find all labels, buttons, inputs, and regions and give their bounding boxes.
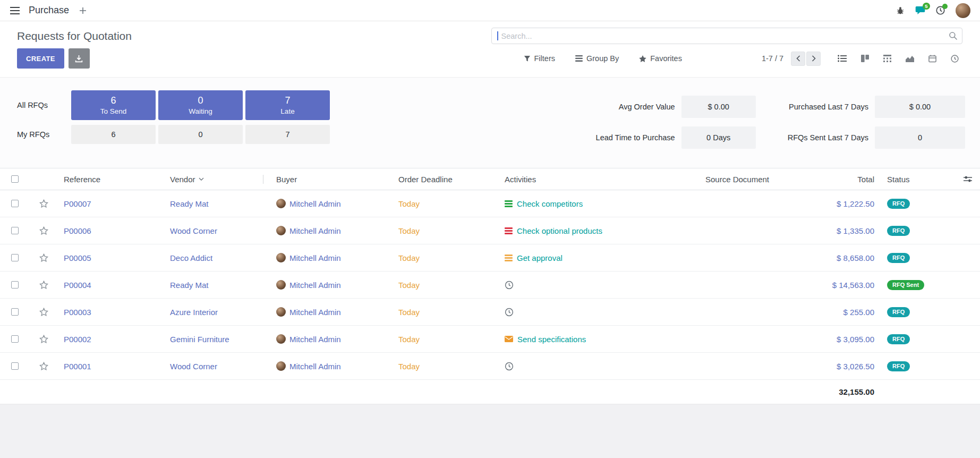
header-status[interactable]: Status xyxy=(881,175,955,184)
search-box[interactable] xyxy=(491,28,962,44)
reference-link[interactable]: P00006 xyxy=(57,226,164,235)
filters-button[interactable]: Filters xyxy=(524,54,555,63)
row-checkbox[interactable] xyxy=(11,335,19,343)
reference-link[interactable]: P00003 xyxy=(57,308,164,317)
list-view-icon[interactable] xyxy=(838,55,847,62)
table-row[interactable]: P00006 Wood Corner Mitchell Admin Today … xyxy=(0,217,980,244)
search-input[interactable] xyxy=(498,32,949,40)
reference-link[interactable]: P00001 xyxy=(57,362,164,371)
header-source-document[interactable]: Source Document xyxy=(674,175,801,184)
activity-icon xyxy=(505,200,513,207)
to-send-card[interactable]: 6 To Send xyxy=(71,90,156,120)
pager-next-button[interactable] xyxy=(806,52,821,66)
graph-view-icon[interactable] xyxy=(906,55,914,62)
activities-clock-icon[interactable] xyxy=(936,6,945,15)
activities-count-badge xyxy=(942,4,948,9)
vendor-cell: Ready Mat xyxy=(164,199,270,208)
favorite-star-icon[interactable] xyxy=(39,199,48,208)
messages-icon[interactable]: 5 xyxy=(915,6,925,15)
buyer-avatar xyxy=(276,280,286,290)
reference-link[interactable]: P00004 xyxy=(57,281,164,290)
favorites-button[interactable]: Favorites xyxy=(639,54,682,63)
select-all-checkbox[interactable] xyxy=(11,175,19,183)
header-activities[interactable]: Activities xyxy=(498,175,674,184)
table-row[interactable]: P00002 Gemini Furniture Mitchell Admin T… xyxy=(0,326,980,353)
deadline-cell: Today xyxy=(392,253,498,262)
buyer-avatar xyxy=(276,361,286,371)
lead-time-label: Lead Time to Purchase xyxy=(596,133,675,142)
status-cell: RFQ xyxy=(881,307,955,317)
favorite-star-icon[interactable] xyxy=(39,253,48,262)
reference-link[interactable]: P00007 xyxy=(57,199,164,208)
menu-toggle-icon[interactable] xyxy=(10,6,20,15)
header-total[interactable]: Total xyxy=(801,175,881,184)
status-badge: RFQ xyxy=(887,199,910,209)
activity-cell[interactable] xyxy=(498,362,674,371)
pivot-view-icon[interactable] xyxy=(883,55,891,62)
table-row[interactable]: P00003 Azure Interior Mitchell Admin Tod… xyxy=(0,299,980,326)
total-cell: $ 255.00 xyxy=(801,308,881,317)
add-icon[interactable] xyxy=(80,7,86,14)
activity-cell[interactable]: Check optional products xyxy=(498,226,674,235)
favorite-star-icon[interactable] xyxy=(39,362,48,370)
table-row[interactable]: P00007 Ready Mat Mitchell Admin Today Ch… xyxy=(0,190,980,217)
favorite-star-icon[interactable] xyxy=(39,335,48,343)
activity-view-icon[interactable] xyxy=(951,55,959,63)
header-order-deadline[interactable]: Order Deadline xyxy=(392,175,498,184)
table-row[interactable]: P00005 Deco Addict Mitchell Admin Today … xyxy=(0,244,980,272)
calendar-view-icon[interactable] xyxy=(928,55,936,63)
table-row[interactable]: P00004 Ready Mat Mitchell Admin Today $ … xyxy=(0,272,980,299)
header-vendor[interactable]: Vendor xyxy=(170,175,263,184)
view-switcher xyxy=(838,55,959,63)
reference-link[interactable]: P00002 xyxy=(57,335,164,344)
reference-link[interactable]: P00005 xyxy=(57,253,164,262)
row-checkbox[interactable] xyxy=(11,362,19,370)
activity-cell[interactable]: Check competitors xyxy=(498,199,674,208)
pager-previous-button[interactable] xyxy=(791,52,805,66)
my-waiting-cell[interactable]: 0 xyxy=(158,125,243,144)
late-card[interactable]: 7 Late xyxy=(245,90,330,120)
user-avatar[interactable] xyxy=(956,3,970,18)
activity-cell[interactable] xyxy=(498,281,674,290)
status-badge: RFQ Sent xyxy=(887,280,924,290)
row-checkbox[interactable] xyxy=(11,281,19,289)
row-checkbox[interactable] xyxy=(11,308,19,316)
total-cell: $ 1,335.00 xyxy=(801,226,881,235)
favorite-star-icon[interactable] xyxy=(39,281,48,289)
favorite-star-icon[interactable] xyxy=(39,308,48,316)
pager-range[interactable]: 1-7 / 7 xyxy=(762,54,783,63)
status-cell: RFQ xyxy=(881,225,955,236)
search-icon[interactable] xyxy=(949,31,958,40)
optional-columns-button[interactable] xyxy=(955,175,980,183)
header-buyer[interactable]: Buyer xyxy=(270,175,392,184)
vendor-cell: Gemini Furniture xyxy=(164,335,270,344)
kanban-view-icon[interactable] xyxy=(861,55,869,62)
status-cell: RFQ xyxy=(881,361,955,371)
app-name[interactable]: Purchase xyxy=(29,5,69,16)
waiting-card[interactable]: 0 Waiting xyxy=(158,90,243,120)
avg-order-value-label: Avg Order Value xyxy=(596,103,675,111)
group-by-button[interactable]: Group By xyxy=(575,54,619,63)
create-button[interactable]: CREATE xyxy=(17,48,64,69)
activity-cell[interactable] xyxy=(498,308,674,317)
row-checkbox[interactable] xyxy=(11,200,19,207)
funnel-icon xyxy=(524,55,531,62)
export-button[interactable] xyxy=(69,48,90,69)
my-late-cell[interactable]: 7 xyxy=(245,125,330,144)
vendor-cell: Deco Addict xyxy=(164,253,270,262)
favorite-star-icon[interactable] xyxy=(39,226,48,235)
row-checkbox[interactable] xyxy=(11,254,19,261)
my-to-send-cell[interactable]: 6 xyxy=(71,125,156,144)
row-checkbox[interactable] xyxy=(11,227,19,234)
status-cell: RFQ xyxy=(881,334,955,344)
total-cell: $ 3,026.50 xyxy=(801,362,881,371)
activity-icon xyxy=(505,227,513,234)
activity-cell[interactable]: Send specifications xyxy=(498,335,674,344)
table-footer: 32,155.00 xyxy=(0,380,980,404)
activity-cell[interactable]: Get approval xyxy=(498,253,674,262)
deadline-cell: Today xyxy=(392,308,498,317)
header-reference[interactable]: Reference xyxy=(57,175,164,184)
buyer-avatar xyxy=(276,199,286,208)
debug-bug-icon[interactable] xyxy=(896,6,905,15)
table-row[interactable]: P00001 Wood Corner Mitchell Admin Today … xyxy=(0,353,980,380)
